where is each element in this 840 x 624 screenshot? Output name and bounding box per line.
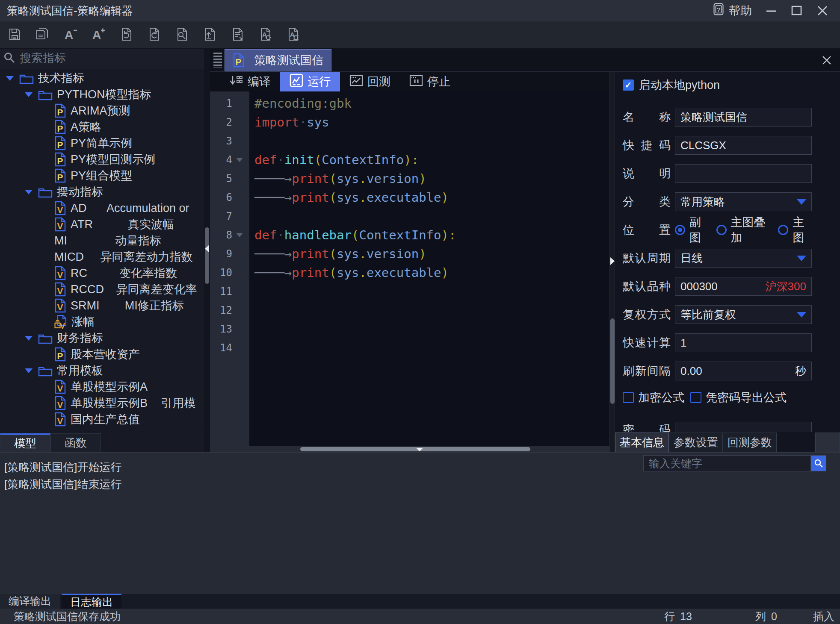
select-复权方式[interactable]: 等比前复权 [675,305,812,324]
font-decrease-button[interactable]: A [62,26,80,44]
tab-close-button[interactable] [821,55,832,66]
maximize-button[interactable] [790,4,803,17]
indicator-search-input[interactable] [19,51,201,65]
code-line-14[interactable] [254,338,609,357]
code-line-4[interactable]: def·init(ContextInfo): [254,150,609,169]
code-line-11[interactable] [254,282,609,301]
select-默认周期[interactable]: 日线 [675,249,812,268]
chevron-down-icon[interactable] [797,312,806,318]
splitter-thumb[interactable] [610,318,615,404]
tree-item-SRMI[interactable]: VSRMIMI修正指标 [0,297,204,314]
input-默认品种[interactable]: 000300沪深300 [675,277,812,296]
tree-item-A策略[interactable]: PA策略 [0,119,204,135]
redo-doc-button[interactable] [145,26,163,44]
chevron-down-icon[interactable] [797,199,806,205]
sidebar-scrollbar-thumb[interactable] [205,227,209,284]
input-快速计算[interactable]: 1 [675,333,812,352]
code-line-6[interactable]: ────→print(sys.executable) [254,188,609,207]
font-increase-button[interactable]: A [89,26,107,44]
code-line-7[interactable] [254,207,609,226]
tree-item-PY简单示例[interactable]: PPY简单示例 [0,135,204,151]
log-search-input[interactable] [643,455,811,471]
help-button[interactable]: ? 帮助 [712,3,752,19]
collapse-right-icon[interactable] [610,257,615,265]
tab-基本信息[interactable]: 基本信息 [615,433,669,452]
input-密码[interactable] [675,422,812,432]
checkbox-item-加密公式[interactable]: 加密公式 [623,390,684,405]
a-settings-doc-alt-button[interactable]: A [284,26,302,44]
tree-item-ATR[interactable]: VATR真实波幅 [0,216,204,233]
input-名称[interactable]: 策略测试国信 [675,108,812,127]
tree-item-单股模型示例A[interactable]: V单股模型示例A [0,379,204,395]
tree-folder-技术指标[interactable]: 技术指标 [0,70,204,86]
tree-item-国内生产总值[interactable]: V国内生产总值 [0,411,204,427]
panel-splitter[interactable] [609,72,615,452]
compile-button[interactable]: 编译 [219,72,280,91]
tree-item-ARIMA预测[interactable]: PARIMA预测 [0,103,204,119]
code-line-8[interactable]: def·handlebar(ContextInfo): [254,226,609,244]
search-doc-button[interactable] [173,26,191,44]
tab-grip-icon[interactable] [213,53,222,68]
radio-icon[interactable] [778,225,788,235]
expander-icon[interactable] [25,190,33,194]
expander-icon[interactable] [25,92,33,97]
a-settings-doc-button[interactable]: A [256,26,274,44]
code-editor[interactable]: 1234567891011121314 #encoding:gbkimport·… [210,91,609,446]
list-doc-button[interactable] [228,26,246,44]
stop-button[interactable]: 停止 [400,72,460,91]
radio-icon[interactable] [716,225,727,235]
collapse-down-icon[interactable] [416,448,423,451]
tree-item-股本营收资产[interactable]: P股本营收资产 [0,346,204,362]
sidebar-scrollbar[interactable] [204,49,210,452]
collapse-left-icon[interactable] [205,245,209,253]
hscroll-thumb[interactable] [300,447,530,451]
editor-horizontal-scrollbar[interactable] [210,446,609,452]
tree-item-AD[interactable]: VADAccumulation or [0,200,204,216]
tree-folder-常用模板[interactable]: 常用模板 [0,362,204,379]
backtest-button[interactable]: 回测 [340,72,400,91]
chevron-down-icon[interactable] [797,256,806,261]
tab-模型[interactable]: 模型 [0,433,50,452]
tab-参数设置[interactable]: 参数设置 [669,433,723,452]
fold-arrow-icon[interactable] [232,233,247,237]
log-search-button[interactable] [811,455,826,471]
tree-item-RCCD[interactable]: VRCCD异同离差变化率 [0,281,204,297]
code-line-2[interactable]: import·sys [254,113,609,132]
expander-icon[interactable] [6,76,14,81]
tree-folder-财务指标[interactable]: 财务指标 [0,330,204,346]
tree-item-MICD[interactable]: MICD异同离差动力指数 [0,249,204,265]
code-line-9[interactable]: ────→print(sys.version) [254,244,609,263]
tree-item-单股模型示例B[interactable]: V单股模型示例B引用模 [0,395,204,411]
tab-编译输出[interactable]: 编译输出 [0,594,60,609]
code-line-1[interactable]: #encoding:gbk [254,94,609,113]
code-line-5[interactable]: ────→print(sys.version) [254,169,609,188]
tree-item-PY模型回测示例[interactable]: PPY模型回测示例 [0,151,204,168]
local-python-checkbox[interactable]: ✓ [623,79,634,91]
minimize-button[interactable] [765,4,778,17]
document-tab-active[interactable]: P 策略测试国信 [225,49,331,71]
undo-doc-button[interactable] [117,26,135,44]
radio-option-主图[interactable]: 主图 [778,215,812,245]
export-doc-button[interactable] [201,26,219,44]
radio-icon[interactable] [675,225,685,235]
close-button[interactable] [816,4,829,17]
select-分类[interactable]: 常用策略 [675,192,812,211]
tab-回测参数[interactable]: 回测参数 [723,433,777,452]
checkbox-item-凭密码导出公式[interactable]: 凭密码导出公式 [690,390,787,405]
tree-item-PY组合模型[interactable]: PPY组合模型 [0,168,204,184]
save-all-button[interactable] [34,26,52,44]
checkbox-icon[interactable] [623,392,634,403]
tree-folder-PYTHON模型指标[interactable]: PYTHON模型指标 [0,86,204,103]
tab-日志输出[interactable]: 日志输出 [62,594,121,609]
tree-item-涨幅[interactable]: V涨幅 [0,314,204,330]
run-button[interactable]: 运行 [280,72,340,91]
radio-option-副图[interactable]: 副图 [675,215,709,245]
expander-icon[interactable] [25,368,33,373]
input-说明[interactable] [675,164,812,183]
radio-option-主图叠加[interactable]: 主图叠加 [716,215,771,245]
input-快捷码[interactable]: CLCSGX [675,136,812,155]
save-button[interactable] [6,26,24,44]
code-line-12[interactable] [254,301,609,320]
code-text-area[interactable]: #encoding:gbkimport·sysdef·init(ContextI… [249,91,609,446]
tree-item-RC[interactable]: VRC变化率指数 [0,265,204,281]
